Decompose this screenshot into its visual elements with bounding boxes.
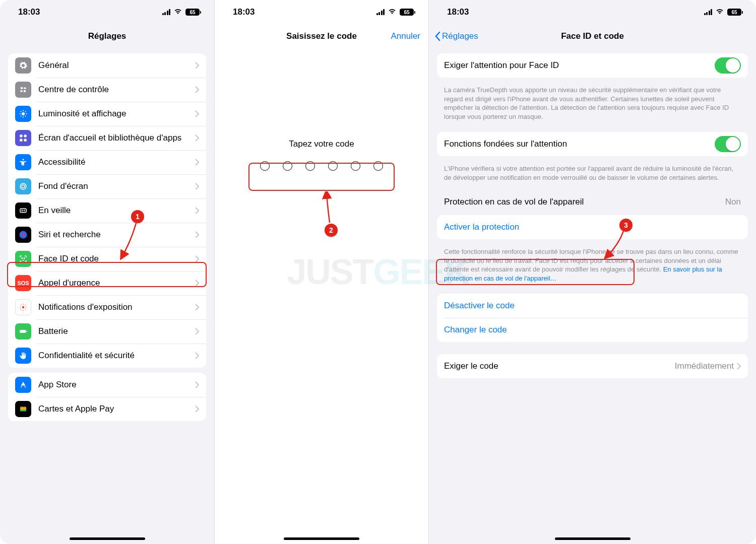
row-battery[interactable]: Batterie [8,319,206,344]
status-right: 65 [162,7,202,17]
row-wallpaper[interactable]: Fond d'écran [8,174,206,198]
chevron-right-icon [195,352,199,359]
chevron-right-icon [195,159,199,166]
passcode-prompt: Tapez votre code [215,139,428,149]
chevron-right-icon [195,255,199,262]
row-standby[interactable]: 9:4En veille [8,198,206,223]
row-appstore[interactable]: App Store [8,373,206,397]
status-bar: 18:03 65 [215,0,428,24]
svg-rect-34 [20,330,26,333]
footer-theft: Cette fonctionnalité renforce la sécurit… [429,244,756,289]
chevron-right-icon [195,304,199,311]
chevron-right-icon [195,86,199,93]
svg-point-0 [21,87,23,90]
wifi-icon [173,7,182,17]
chevron-right-icon [737,363,741,370]
row-general[interactable]: Général [8,53,206,78]
svg-point-28 [20,307,21,308]
row-disable-code[interactable]: Désactiver le code [437,294,748,318]
svg-rect-37 [20,409,26,410]
svg-point-24 [24,258,25,259]
wallpaper-icon [15,178,31,194]
home-indicator [70,537,145,540]
toggle-on[interactable] [715,57,741,74]
svg-rect-35 [26,331,27,332]
chevron-right-icon [195,280,199,287]
svg-point-17 [23,159,24,160]
row-attention-features[interactable]: Fonctions fondées sur l'attention [437,132,748,156]
passcode-dot [305,161,315,171]
phone-passcode: 18:03 65 Saisissez le code Annuler Tapez… [214,0,428,544]
accessibility-icon [15,154,31,170]
cellular-icon [704,9,713,15]
status-time: 18:03 [18,7,40,17]
svg-line-11 [25,111,26,112]
callout-badge-2: 2 [325,224,338,237]
svg-rect-14 [24,134,27,137]
brightness-icon [15,106,31,122]
chevron-right-icon [195,134,199,142]
group-theft: Activer la protection [437,215,748,239]
status-time: 18:03 [447,7,469,17]
row-siri[interactable]: Siri et recherche [8,223,206,247]
svg-line-9 [21,111,22,112]
gear-icon [15,57,31,74]
row-change-code[interactable]: Changer le code [437,318,748,342]
svg-rect-38 [20,410,26,412]
svg-text:9:4: 9:4 [21,209,25,212]
home-indicator [284,537,359,540]
group-attention: Exiger l'attention pour Face ID [437,53,748,78]
appstore-icon [15,377,31,393]
back-button[interactable]: Réglages [434,31,478,41]
page-title: Saisissez le code [286,31,357,41]
cancel-button[interactable]: Annuler [391,31,420,41]
row-exposure[interactable]: Notifications d'exposition [8,295,206,319]
group-features: Fonctions fondées sur l'attention [437,132,748,156]
page-title: Réglages [88,31,127,41]
svg-point-33 [25,309,26,310]
row-wallet[interactable]: Cartes et Apple Pay [8,397,206,421]
row-privacy[interactable]: Confidentialité et sécurité [8,344,206,368]
passcode-dots[interactable] [215,161,428,171]
phone-settings: 18:03 65 Réglages Général Centre de cont… [0,0,214,544]
footer-attention: La caméra TrueDepth vous apporte un nive… [429,83,756,127]
battery-icon: 65 [400,9,415,16]
cellular-icon [376,9,385,15]
chevron-right-icon [195,207,199,214]
cellular-icon [162,9,171,15]
status-right: 65 [376,7,416,17]
group-require-code: Exiger le code Immédiatement [437,354,748,378]
chevron-right-icon [195,110,199,117]
home-indicator [555,537,631,540]
battery-settings-icon [15,323,31,339]
row-accessibility[interactable]: Accessibilité [8,150,206,174]
svg-point-19 [22,185,25,188]
svg-point-30 [20,304,21,305]
row-require-attention[interactable]: Exiger l'attention pour Face ID [437,53,748,78]
battery-icon: 65 [727,9,743,16]
siri-icon [15,227,31,243]
passcode-dot [328,161,338,171]
row-sos[interactable]: SOSAppel d'urgence [8,271,206,295]
row-faceid[interactable]: Face ID et code [8,247,206,271]
row-enable-protection[interactable]: Activer la protection [437,215,748,239]
passcode-dot [351,161,360,171]
row-display[interactable]: Luminosité et affichage [8,102,206,126]
row-control-center[interactable]: Centre de contrôle [8,78,206,102]
svg-rect-36 [20,407,26,409]
chevron-right-icon [195,231,199,238]
hand-icon [15,348,31,364]
row-homescreen[interactable]: Écran d'accueil et bibliothèque d'apps [8,126,206,150]
sos-icon: SOS [15,275,31,291]
svg-rect-1 [24,88,26,89]
svg-line-12 [21,116,22,117]
passcode-dot [260,161,270,171]
row-require-code[interactable]: Exiger le code Immédiatement [437,354,748,378]
svg-point-29 [26,307,27,308]
toggle-on[interactable] [715,136,741,152]
nav-bar: Réglages Face ID et code [429,24,756,48]
callout-badge-3: 3 [619,219,633,232]
toggles-icon [15,82,31,98]
svg-point-26 [23,304,24,305]
apps-grid-icon [15,130,31,146]
